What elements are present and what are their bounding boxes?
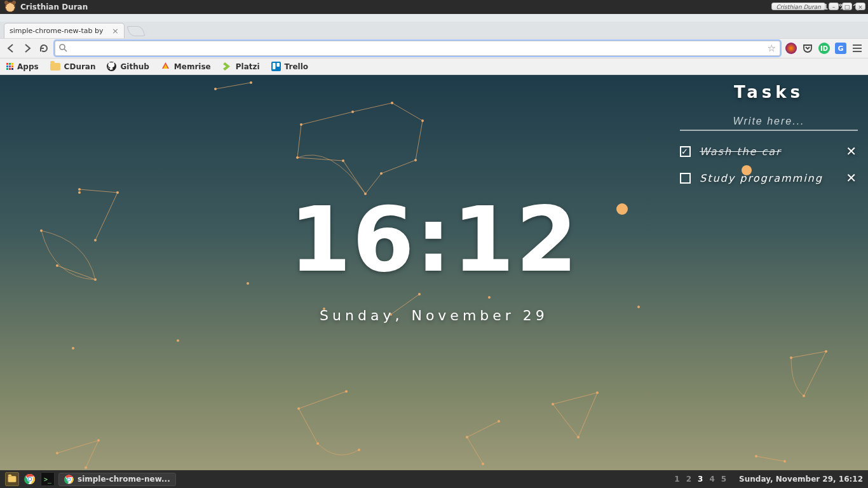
bookmark-platzi[interactable]: Platzi: [222, 62, 260, 71]
platzi-icon: [222, 62, 232, 71]
extensions: ID G: [785, 43, 863, 54]
chrome-menu-button[interactable]: [851, 43, 863, 53]
taskbar-window-button[interactable]: simple-chrome-new...: [58, 473, 176, 486]
workspace-5[interactable]: 5: [721, 475, 726, 484]
task-item: Study programming✕: [680, 170, 858, 186]
chrome-launcher-icon[interactable]: [23, 472, 37, 486]
window-controls: Cristhian Duran – □ ×: [771, 3, 865, 10]
clock-widget: 16:12 Sunday, November 29: [289, 196, 579, 323]
forward-button[interactable]: [22, 43, 33, 54]
tasks-input[interactable]: [680, 113, 858, 131]
folder-icon: [50, 63, 60, 71]
svg-line-74: [756, 456, 785, 461]
search-icon: [59, 43, 67, 55]
browser-tab[interactable]: simple-chrome-new-tab by ×: [4, 23, 125, 38]
svg-point-42: [177, 339, 179, 342]
bookmarks-bar: Apps CDuran Github Memrise Platzi Trello: [0, 58, 868, 75]
apps-grid-icon: [6, 63, 13, 70]
back-button[interactable]: [5, 43, 17, 54]
svg-line-24: [392, 103, 423, 121]
bookmark-github[interactable]: Github: [107, 62, 149, 71]
translate-icon[interactable]: G: [835, 43, 846, 54]
svg-point-40: [78, 191, 81, 194]
tab-close-icon[interactable]: ×: [112, 26, 119, 36]
bookmark-memrise[interactable]: Memrise: [161, 62, 211, 71]
clock-time: 16:12: [289, 196, 579, 285]
particle-dot: [616, 203, 628, 215]
tab-title: simple-chrome-new-tab by: [10, 27, 104, 35]
workspace-4[interactable]: 4: [709, 475, 714, 484]
address-bar[interactable]: ☆: [55, 41, 780, 56]
reload-button[interactable]: [38, 43, 50, 54]
svg-line-57: [299, 409, 318, 444]
svg-point-82: [29, 478, 32, 481]
svg-line-38: [95, 193, 118, 240]
github-icon: [107, 62, 116, 71]
extension-icon[interactable]: ID: [818, 43, 830, 54]
tab-strip: simple-chrome-new-tab by ×: [0, 22, 868, 38]
bookmark-trello[interactable]: Trello: [271, 62, 308, 71]
svg-line-51: [804, 351, 826, 396]
task-item: Wash the car✕: [680, 144, 858, 159]
svg-point-4: [60, 44, 65, 50]
bookmark-cduran[interactable]: CDuran: [50, 62, 96, 71]
user-label[interactable]: Cristhian Duran: [20, 3, 88, 11]
svg-line-71: [578, 393, 597, 437]
bookmark-star-icon[interactable]: ☆: [768, 43, 776, 54]
toolbar: ☆ ID G: [0, 38, 868, 58]
system-top-bar: Cristhian Duran 100%: [0, 0, 868, 14]
task-delete-icon[interactable]: ✕: [846, 170, 858, 186]
tasks-heading: Tasks: [680, 83, 858, 102]
extension-icon[interactable]: [785, 43, 797, 54]
workspace-switcher: 12345: [674, 475, 726, 484]
svg-line-69: [553, 393, 597, 404]
svg-line-29: [297, 158, 343, 161]
svg-line-79: [86, 440, 98, 468]
workspace-3[interactable]: 3: [698, 475, 703, 484]
window-caption: Cristhian Duran: [771, 3, 825, 10]
terminal-launcher-icon[interactable]: >_: [41, 472, 55, 486]
system-taskbar: >_ simple-chrome-new... 12345 Sunday, No…: [0, 470, 868, 488]
svg-point-46: [637, 306, 640, 308]
window-maximize-button[interactable]: □: [842, 3, 852, 10]
task-checkbox[interactable]: [680, 173, 691, 184]
svg-line-50: [791, 351, 826, 358]
svg-line-12: [215, 83, 251, 89]
svg-line-65: [467, 437, 483, 464]
svg-line-23: [353, 103, 392, 112]
svg-line-25: [416, 121, 423, 160]
window-minimize-button[interactable]: –: [829, 3, 839, 10]
svg-line-22: [301, 112, 353, 125]
workspace-1[interactable]: 1: [674, 475, 679, 484]
svg-line-78: [57, 440, 98, 453]
svg-line-70: [553, 404, 578, 437]
workspace-2[interactable]: 2: [686, 475, 691, 484]
url-input[interactable]: [71, 44, 764, 53]
taskbar-window-label: simple-chrome-new...: [78, 475, 170, 484]
bookmark-apps[interactable]: Apps: [6, 62, 39, 71]
memrise-icon: [161, 62, 170, 71]
svg-point-43: [247, 282, 249, 285]
svg-line-37: [79, 189, 118, 193]
svg-point-85: [68, 478, 71, 480]
svg-line-56: [299, 391, 346, 409]
new-tab-button[interactable]: [126, 26, 145, 36]
os-menu-icon[interactable]: [5, 2, 15, 12]
window-close-button[interactable]: ×: [855, 3, 865, 10]
svg-line-64: [467, 421, 499, 437]
task-checkbox[interactable]: [680, 146, 691, 157]
taskbar-datetime[interactable]: Sunday, November 29, 16:12: [739, 475, 863, 484]
svg-line-26: [381, 160, 416, 173]
svg-line-5: [64, 49, 67, 51]
clock-date: Sunday, November 29: [289, 308, 579, 323]
files-launcher-icon[interactable]: [5, 472, 19, 486]
task-text: Study programming: [700, 172, 837, 184]
svg-point-41: [72, 347, 74, 349]
trello-icon: [271, 62, 281, 71]
svg-rect-8: [273, 63, 276, 69]
chrome-icon: [64, 475, 74, 484]
task-delete-icon[interactable]: ✕: [846, 144, 858, 159]
svg-rect-9: [276, 63, 280, 67]
pocket-icon[interactable]: [802, 43, 813, 54]
browser-window: Cristhian Duran – □ × simple-chrome-new-…: [0, 14, 868, 470]
